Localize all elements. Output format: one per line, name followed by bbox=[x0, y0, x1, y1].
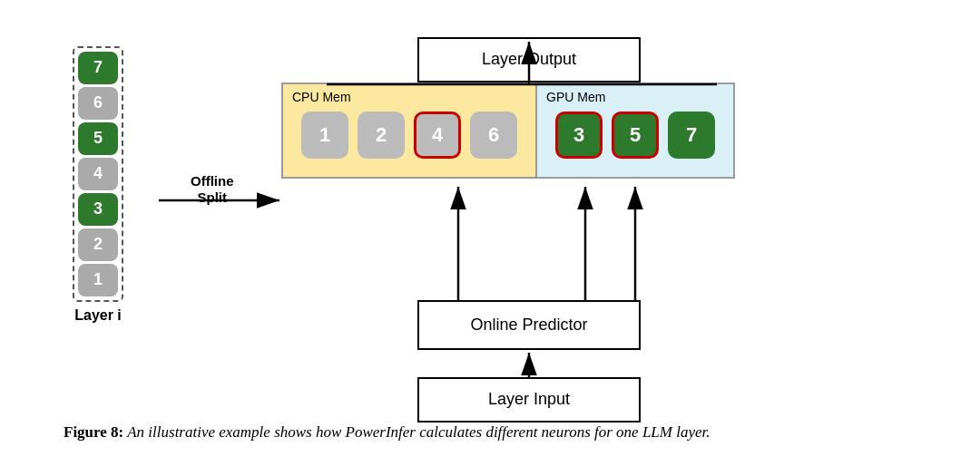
gpu-neuron-3: 3 bbox=[555, 112, 603, 159]
layer-input-box: Layer Input bbox=[417, 377, 641, 423]
cpu-neuron-1: 1 bbox=[301, 112, 348, 159]
gpu-neuron-5: 5 bbox=[612, 112, 659, 159]
layer-input-text: Layer Input bbox=[488, 390, 570, 409]
cpu-mem-box: CPU Mem 1246 bbox=[281, 83, 535, 179]
cpu-mem-label: CPU Mem bbox=[292, 90, 351, 104]
caption-bold: Figure 8: bbox=[64, 423, 123, 441]
layer-neuron-3: 3 bbox=[78, 193, 118, 226]
gpu-mem-box: GPU Mem 357 bbox=[535, 83, 735, 179]
layer-neuron-2: 2 bbox=[78, 228, 118, 261]
layer-neuron-6: 6 bbox=[78, 87, 118, 120]
layer-neuron-4: 4 bbox=[78, 158, 118, 190]
gpu-neuron-7: 7 bbox=[668, 112, 715, 159]
layer-neuron-7: 7 bbox=[78, 52, 118, 84]
online-predictor-box: Online Predictor bbox=[417, 300, 641, 350]
cpu-neuron-6: 6 bbox=[470, 112, 517, 159]
diagram-area: 7654321 Layer i Offline Split Layer Outp… bbox=[64, 33, 916, 413]
gpu-mem-label: GPU Mem bbox=[546, 90, 605, 104]
layer-column-wrapper: 7654321 Layer i bbox=[73, 46, 123, 324]
layer-label: Layer i bbox=[74, 307, 122, 324]
offline-split-label: Offline Split bbox=[191, 173, 234, 206]
online-predictor-text: Online Predictor bbox=[470, 316, 587, 335]
layer-output-text: Layer Output bbox=[482, 50, 576, 69]
layer-neuron-1: 1 bbox=[78, 264, 118, 296]
layer-output-box: Layer Output bbox=[417, 37, 641, 83]
figure-caption: Figure 8: An illustrative example shows … bbox=[64, 421, 916, 444]
cpu-neuron-2: 2 bbox=[358, 112, 405, 159]
layer-neuron-5: 5 bbox=[78, 122, 118, 155]
caption-italic: An illustrative example shows how PowerI… bbox=[123, 423, 710, 441]
layer-column-dashed-box: 7654321 bbox=[73, 46, 123, 302]
cpu-neuron-4: 4 bbox=[414, 112, 461, 159]
figure-container: 7654321 Layer i Offline Split Layer Outp… bbox=[45, 15, 935, 462]
memory-area: CPU Mem 1246 GPU Mem 357 bbox=[281, 83, 735, 179]
